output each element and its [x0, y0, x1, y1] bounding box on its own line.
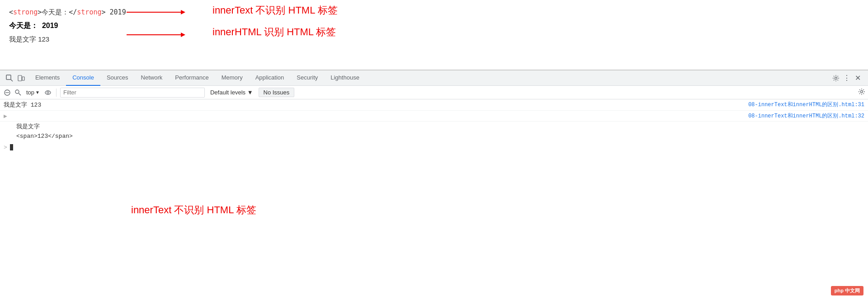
- arrow-line2: [127, 34, 181, 35]
- arrow-line1: [127, 12, 181, 13]
- devtools-icons-left: [2, 73, 29, 83]
- rendered-html-line: 今天是： 2019: [9, 21, 859, 31]
- tab-application[interactable]: Application: [249, 70, 291, 86]
- devtools-icons-right: ⋮ ✕: [827, 73, 866, 83]
- svg-rect-0: [6, 75, 11, 80]
- console-row-1-text: 我是文字 123: [4, 101, 739, 109]
- inspect-element-icon[interactable]: [5, 73, 14, 83]
- eye-icon[interactable]: [43, 88, 52, 97]
- php-watermark: php 中文网: [831, 286, 863, 295]
- prompt-arrow-icon: >: [4, 144, 7, 151]
- filter-input[interactable]: [60, 88, 205, 98]
- default-levels-dropdown[interactable]: Default levels ▼: [207, 88, 257, 97]
- console-toolbar: top ▼ Default levels ▼ No Issues: [0, 86, 868, 99]
- devtools-panel: Elements Console Sources Network Perform…: [0, 70, 868, 190]
- tab-network[interactable]: Network: [135, 70, 169, 86]
- svg-point-4: [835, 77, 837, 79]
- bottom-annotation-text: innerText 不识别 HTML 标签: [131, 203, 256, 217]
- svg-point-11: [861, 90, 863, 93]
- tab-console[interactable]: Console: [66, 70, 100, 86]
- console-row-2-link[interactable]: 08-innerText和innerHTML的区别.html:32: [739, 112, 864, 120]
- console-row-1-link[interactable]: 08-innerText和innerHTML的区别.html:31: [739, 101, 864, 108]
- devtools-tabs: Elements Console Sources Network Perform…: [29, 70, 827, 86]
- svg-point-9: [45, 91, 51, 94]
- tab-security[interactable]: Security: [290, 70, 324, 86]
- arrow1: [127, 10, 185, 14]
- device-toolbar-icon[interactable]: [16, 73, 26, 83]
- default-levels-label: Default levels ▼: [210, 89, 253, 96]
- expanded-line-1: 我是文字: [16, 122, 864, 132]
- top-context-selector[interactable]: top ▼: [24, 88, 42, 97]
- clear-console-icon[interactable]: [3, 88, 12, 97]
- svg-point-10: [47, 92, 49, 94]
- console-output: 我是文字 123 08-innerText和innerHTML的区别.html:…: [0, 99, 868, 190]
- close-devtools-icon[interactable]: ✕: [853, 73, 863, 83]
- expand-arrow-icon[interactable]: ▶: [4, 112, 7, 120]
- console-expanded-lines: 我是文字 <span>123</span>: [0, 122, 868, 142]
- arrow-head1: [181, 10, 185, 14]
- tab-elements[interactable]: Elements: [29, 70, 66, 86]
- top-dropdown-arrow: ▼: [35, 90, 40, 95]
- expanded-line-2: <span>123</span>: [16, 132, 864, 141]
- bottom-area: innerText 不识别 HTML 标签: [0, 190, 868, 280]
- svg-point-7: [15, 90, 19, 94]
- settings-icon[interactable]: [831, 73, 841, 83]
- console-row-1: 我是文字 123 08-innerText和innerHTML的区别.html:…: [0, 99, 868, 111]
- svg-line-8: [19, 93, 21, 95]
- no-issues-label: No Issues: [264, 89, 290, 96]
- svg-line-1: [11, 80, 13, 81]
- console-row-2: ▶ 08-innerText和innerHTML的区别.html:32: [0, 111, 868, 122]
- annotation-innerhtml: innerHTML 识别 HTML 标签: [212, 25, 336, 39]
- devtools-topbar: Elements Console Sources Network Perform…: [0, 70, 868, 86]
- no-issues-button[interactable]: No Issues: [259, 88, 295, 97]
- top-label-text: top: [26, 89, 34, 96]
- svg-rect-2: [18, 75, 22, 81]
- svg-rect-3: [22, 77, 24, 80]
- arrow2: [127, 33, 185, 37]
- console-prompt[interactable]: >: [0, 142, 868, 153]
- annotation-innertext: innerText 不识别 HTML 标签: [212, 4, 338, 17]
- filter-icon[interactable]: [14, 88, 23, 97]
- arrow-head2: [181, 33, 185, 37]
- browser-content: <strong>今天是：</strong> 2019 innerText 不识别…: [0, 0, 868, 70]
- tab-performance[interactable]: Performance: [169, 70, 215, 86]
- tab-lighthouse[interactable]: Lighthouse: [324, 70, 366, 86]
- more-options-icon[interactable]: ⋮: [842, 73, 852, 83]
- prompt-cursor: [10, 144, 13, 150]
- console-settings-icon[interactable]: [858, 88, 865, 97]
- tab-memory[interactable]: Memory: [215, 70, 249, 86]
- toolbar-separator: [56, 89, 57, 97]
- console-row-2-wrapper: ▶ 08-innerText和innerHTML的区别.html:32 我是文字…: [0, 111, 868, 142]
- tab-sources[interactable]: Sources: [100, 70, 135, 86]
